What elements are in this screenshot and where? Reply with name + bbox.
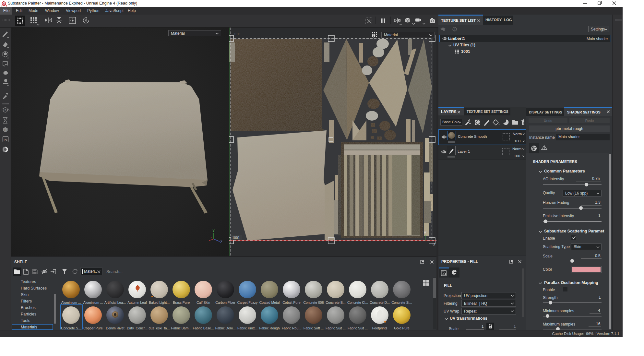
svg-text:Y: Y xyxy=(212,229,215,233)
svg-text:1001: 1001 xyxy=(232,236,240,240)
svg-text:S: S xyxy=(4,109,6,112)
svg-text:U: U xyxy=(433,242,435,246)
svg-text:S: S xyxy=(4,128,6,132)
svg-text:V: V xyxy=(424,231,426,234)
svg-text:Z: Z xyxy=(220,240,222,244)
svg-text:Ps: Ps xyxy=(4,138,7,141)
svg-text:S: S xyxy=(3,2,5,6)
svg-text:1011: 1011 xyxy=(234,32,241,36)
svg-text:1: 1 xyxy=(454,28,456,31)
svg-text:x: x xyxy=(210,236,212,239)
